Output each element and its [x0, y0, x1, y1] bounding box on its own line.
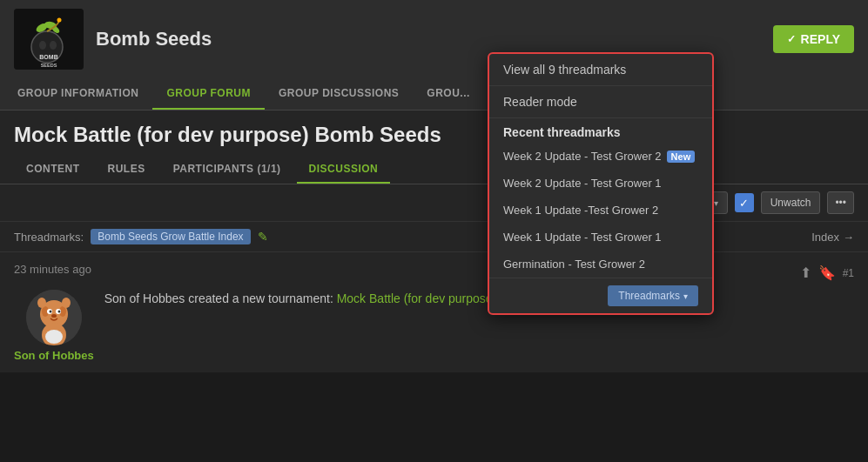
post-author[interactable]: Son of Hobbes: [14, 349, 94, 362]
post-text: Son of Hobbes created a new tournament: …: [104, 290, 854, 308]
post-body: Son of Hobbes Son of Hobbes created a ne…: [14, 290, 854, 362]
post-area: 23 minutes ago ⬆ 🔖 #1: [0, 252, 868, 372]
site-header: BOMB SEEDS Bomb Seeds REPLY: [0, 0, 868, 78]
dropdown-footer: Threadmarks: [489, 278, 712, 313]
tab-content[interactable]: CONTENT: [14, 156, 92, 184]
view-all-threadmarks[interactable]: View all 9 threadmarks: [489, 54, 712, 86]
threadmark-text-3: Week 1 Update - Test Grower 1: [503, 231, 662, 244]
svg-point-20: [37, 298, 46, 308]
threadmarks-footer-button[interactable]: Threadmarks: [608, 285, 698, 306]
threadmarks-dropdown: View all 9 threadmarks Reader mode Recen…: [488, 52, 714, 315]
bookmark-icon[interactable]: 🔖: [818, 264, 836, 281]
post-header: 23 minutes ago ⬆ 🔖 #1: [14, 263, 854, 283]
post-number: #1: [843, 267, 854, 279]
tab-group-information[interactable]: GROUP INFORMATION: [3, 78, 152, 110]
action-row: Threadmarks ✓ Unwatch •••: [0, 184, 868, 222]
tab-participants[interactable]: PARTICIPANTS (1/1): [161, 156, 293, 184]
tab-discussion[interactable]: DISCUSSION: [297, 156, 391, 184]
svg-point-19: [51, 314, 57, 318]
tab-group-forum[interactable]: GROUP FORUM: [152, 78, 265, 110]
threadmark-item-2[interactable]: Week 1 Update -Test Grower 2: [489, 197, 712, 224]
threadmark-item-4[interactable]: Germination - Test Grower 2: [489, 251, 712, 278]
reply-button[interactable]: REPLY: [773, 25, 854, 53]
svg-point-21: [62, 298, 71, 308]
threadmark-text-2: Week 1 Update -Test Grower 2: [503, 204, 658, 217]
post-content: Son of Hobbes created a new tournament: …: [104, 290, 854, 308]
logo-container: BOMB SEEDS: [14, 9, 84, 70]
watch-check-icon[interactable]: ✓: [735, 193, 754, 212]
svg-point-5: [57, 18, 62, 23]
reader-mode[interactable]: Reader mode: [489, 86, 712, 118]
threadmark-item-1[interactable]: Week 2 Update - Test Grower 1: [489, 170, 712, 197]
share-icon[interactable]: ⬆: [800, 264, 811, 281]
more-options-button[interactable]: •••: [827, 191, 854, 214]
threadmark-text-4: Germination - Test Grower 2: [503, 258, 645, 271]
tab-group-media[interactable]: GROU...: [413, 78, 484, 110]
post-actions: ⬆ 🔖 #1: [800, 264, 854, 281]
svg-point-7: [50, 41, 57, 50]
page-title: Mock Battle (for dev purpose) Bomb Seeds: [14, 123, 854, 147]
svg-point-17: [49, 311, 51, 313]
threadmark-text-1: Week 2 Update - Test Grower 1: [503, 177, 662, 190]
threadmarks-index-link[interactable]: Bomb Seeds Grow Battle Index: [91, 229, 250, 244]
svg-point-6: [39, 41, 46, 50]
threadmark-item-0[interactable]: Week 2 Update - Test Grower 2 New: [489, 143, 712, 170]
edit-threadmarks-icon[interactable]: ✎: [258, 230, 268, 244]
tab-rules[interactable]: RULES: [96, 156, 158, 184]
index-link[interactable]: Index →: [811, 231, 854, 244]
index-arrow-icon: →: [843, 231, 854, 244]
svg-text:BOMB: BOMB: [39, 54, 57, 60]
group-nav: GROUP INFORMATION GROUP FORUM GROUP DISC…: [0, 78, 868, 110]
group-title: Bomb Seeds: [96, 28, 212, 50]
avatar: [26, 290, 82, 345]
threadmark-item-3[interactable]: Week 1 Update - Test Grower 1: [489, 224, 712, 251]
index-label: Index: [811, 231, 839, 244]
page-title-bar: Mock Battle (for dev purpose) Bomb Seeds: [0, 110, 868, 156]
threadmarks-label: Threadmarks:: [14, 231, 84, 244]
threadmark-text-0: Week 2 Update - Test Grower 2: [503, 150, 662, 163]
svg-point-22: [45, 330, 63, 344]
recent-threadmarks-label: Recent threadmarks: [489, 118, 712, 143]
tab-group-discussions[interactable]: GROUP DISCUSSIONS: [265, 78, 413, 110]
group-logo: BOMB SEEDS: [14, 9, 84, 70]
svg-point-18: [57, 311, 60, 313]
unwatch-button[interactable]: Unwatch: [761, 191, 821, 214]
post-timestamp: 23 minutes ago: [14, 263, 91, 276]
threadmarks-bar: Threadmarks: Bomb Seeds Grow Battle Inde…: [0, 222, 868, 252]
svg-text:SEEDS: SEEDS: [41, 63, 57, 68]
new-badge-0: New: [667, 151, 696, 163]
sub-nav: CONTENT RULES PARTICIPANTS (1/1) DISCUSS…: [0, 156, 868, 184]
